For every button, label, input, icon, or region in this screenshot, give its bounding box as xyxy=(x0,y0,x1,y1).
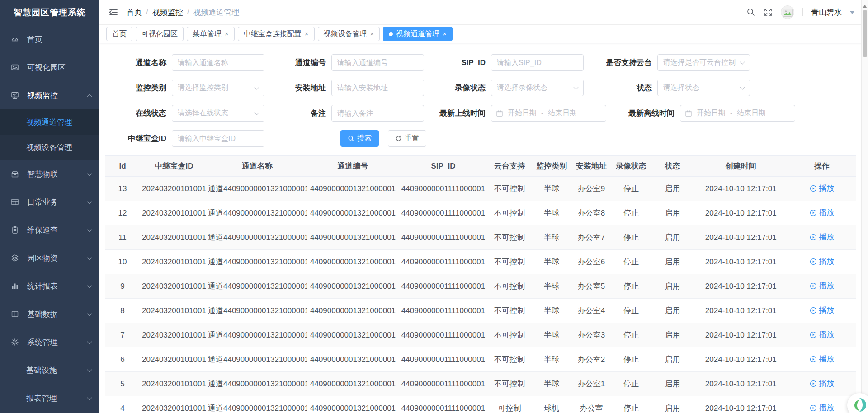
sidebar-item-basic-data[interactable]: 基础数据 xyxy=(0,300,99,328)
monitor-category-select[interactable]: 请选择监控类别 xyxy=(172,80,264,96)
play-button[interactable]: 播放 xyxy=(810,329,834,340)
table-row[interactable]: 12 202403200101001 通道4409000000132100000… xyxy=(105,201,856,225)
table-row[interactable]: 5 202403200101001 通道44090000001321000001… xyxy=(105,372,856,396)
last-offline-daterange[interactable]: 开始日期 - 结束日期 xyxy=(680,105,795,122)
filter-channel-code: 通道编号 xyxy=(277,54,424,71)
cell-actions: 播放 xyxy=(788,274,856,299)
breadcrumb-video-monitor[interactable]: 视频监控 xyxy=(152,7,183,18)
online-status-select[interactable]: 请选择在线状态 xyxy=(172,105,264,122)
cell-record-status: 停止 xyxy=(611,250,651,274)
sidebar-item-infrastructure[interactable]: 基础设施 xyxy=(0,356,99,384)
table-row[interactable]: 8 202403200101001 通道44090000001321000001… xyxy=(105,299,856,323)
stats-chart-icon xyxy=(10,281,20,291)
search-button[interactable]: 搜索 xyxy=(340,130,379,147)
assets-layers-icon xyxy=(10,253,20,263)
hamburger-icon[interactable] xyxy=(108,7,118,17)
last-online-daterange[interactable]: 开始日期 - 结束日期 xyxy=(491,105,606,122)
status-select[interactable]: 请选择状态 xyxy=(657,80,750,96)
play-button[interactable]: 播放 xyxy=(810,183,834,193)
cell-sip-id: 44090000001111000001 xyxy=(399,225,487,250)
tab-home[interactable]: 首页 xyxy=(106,27,132,41)
play-button[interactable]: 播放 xyxy=(810,232,834,242)
sidebar-item-visual-park[interactable]: 可视化园区 xyxy=(0,53,99,81)
install-address-input[interactable] xyxy=(331,80,424,96)
chevron-down-icon[interactable] xyxy=(850,11,854,16)
play-button[interactable]: 播放 xyxy=(810,256,834,267)
table-row[interactable]: 7 202403200101001 通道44090000001321000001… xyxy=(105,323,856,347)
table-row[interactable]: 10 202403200101001 通道4409000000132100000… xyxy=(105,250,856,274)
filter-label: 最新离线时间 xyxy=(619,108,680,118)
cell-created-time: 2024-10-10 12:17:01 xyxy=(694,274,788,299)
cell-channel-code: 44090000001321000001 xyxy=(307,201,399,225)
cell-sip-id: 44090000001111000001 xyxy=(399,299,487,323)
channel-code-input[interactable] xyxy=(331,54,424,71)
ptz-support-select[interactable]: 请选择是否可云台控制 xyxy=(657,54,750,71)
scrollbar-up-arrow[interactable] xyxy=(863,3,867,8)
filter-label: 备注 xyxy=(277,108,331,118)
reset-button[interactable]: 重置 xyxy=(388,130,426,147)
sidebar-item-maintenance[interactable]: 维保巡查 xyxy=(0,216,99,244)
sip-id-input[interactable] xyxy=(491,54,584,71)
filter-label: SIP_ID xyxy=(437,58,491,67)
cell-id: 8 xyxy=(105,299,140,323)
chevron-up-icon xyxy=(87,94,92,99)
play-button[interactable]: 播放 xyxy=(810,378,834,389)
close-icon[interactable]: × xyxy=(225,30,229,37)
search-icon[interactable] xyxy=(746,8,755,17)
breadcrumb-home[interactable]: 首页 xyxy=(127,7,142,18)
tab-label: 首页 xyxy=(112,29,127,39)
tab-video-device-mgmt[interactable]: 视频设备管理 × xyxy=(318,27,380,41)
sidebar-item-daily-business[interactable]: 日常业务 xyxy=(0,188,99,216)
sidebar-item-video-channel-mgmt[interactable]: 视频通道管理 xyxy=(0,109,99,135)
sidebar-item-video-monitor[interactable]: 视频监控 xyxy=(0,81,99,109)
play-button[interactable]: 播放 xyxy=(810,403,834,413)
scrollbar-thumb[interactable] xyxy=(863,10,867,57)
cell-channel-code: 44090000001321000001 xyxy=(307,274,399,299)
table-row[interactable]: 6 202403200101001 通道44090000001321000001… xyxy=(105,347,856,372)
cell-sip-id: 44090000001111000001 xyxy=(399,323,487,347)
filter-label: 录像状态 xyxy=(437,83,491,93)
cell-channel-name: 通道44090000001321000001 xyxy=(208,323,307,347)
remark-input[interactable] xyxy=(331,105,424,122)
record-status-select[interactable]: 请选择录像状态 xyxy=(491,80,584,96)
table-row[interactable]: 9 202403200101001 通道44090000001321000001… xyxy=(105,274,856,299)
calendar-icon xyxy=(496,110,503,117)
table-row[interactable]: 13 202403200101001 通道4409000000132100000… xyxy=(105,177,856,201)
sidebar-item-park-assets[interactable]: 园区物资 xyxy=(0,244,99,272)
play-button[interactable]: 播放 xyxy=(810,305,834,315)
tab-video-channel-mgmt[interactable]: 视频通道管理 × xyxy=(383,27,453,41)
column-header: 中继宝盒ID xyxy=(140,156,208,177)
filter-label: 最新上线时间 xyxy=(437,108,491,118)
cell-ptz-support: 不可控制 xyxy=(487,274,532,299)
floating-assistant-widget[interactable] xyxy=(847,393,868,413)
tab-relay-box-config[interactable]: 中继宝盒连接配置 × xyxy=(238,27,315,41)
close-icon[interactable]: × xyxy=(443,30,447,37)
relay-box-id-input[interactable] xyxy=(172,130,264,147)
close-icon[interactable]: × xyxy=(370,30,374,37)
sidebar-item-system-mgmt[interactable]: 系统管理 xyxy=(0,328,99,356)
cell-status: 启用 xyxy=(651,299,694,323)
play-button[interactable]: 播放 xyxy=(810,354,834,364)
sidebar-item-smart-iot[interactable]: 智慧物联 xyxy=(0,160,99,188)
tab-visual-park[interactable]: 可视化园区 xyxy=(136,27,184,41)
sidebar-item-statistics[interactable]: 统计报表 xyxy=(0,272,99,300)
close-icon[interactable]: × xyxy=(305,30,309,37)
play-button[interactable]: 播放 xyxy=(810,281,834,291)
cell-created-time: 2024-10-10 12:17:01 xyxy=(694,372,788,396)
play-button-label: 播放 xyxy=(819,183,834,193)
username[interactable]: 青山碧水 xyxy=(811,7,842,18)
cell-install-address: 办公室7 xyxy=(571,225,611,250)
sidebar-item-report-mgmt[interactable]: 报表管理 xyxy=(0,384,99,412)
avatar[interactable] xyxy=(781,5,794,19)
cell-channel-code: 44090000001321000001 xyxy=(307,299,399,323)
table-row[interactable]: 11 202403200101001 通道4409000000132100000… xyxy=(105,225,856,250)
play-button[interactable]: 播放 xyxy=(810,207,834,218)
table-row[interactable]: 4 202403200101001 通道44090000001321000001… xyxy=(105,396,856,413)
fullscreen-icon[interactable] xyxy=(764,8,773,17)
filter-label: 在线状态 xyxy=(105,108,172,118)
tab-menu-mgmt[interactable]: 菜单管理 × xyxy=(187,27,235,41)
sidebar-item-home[interactable]: 首页 xyxy=(0,25,99,53)
channel-name-input[interactable] xyxy=(172,54,264,71)
sidebar-item-video-device-mgmt[interactable]: 视频设备管理 xyxy=(0,135,99,160)
vertical-scrollbar[interactable] xyxy=(861,0,868,413)
